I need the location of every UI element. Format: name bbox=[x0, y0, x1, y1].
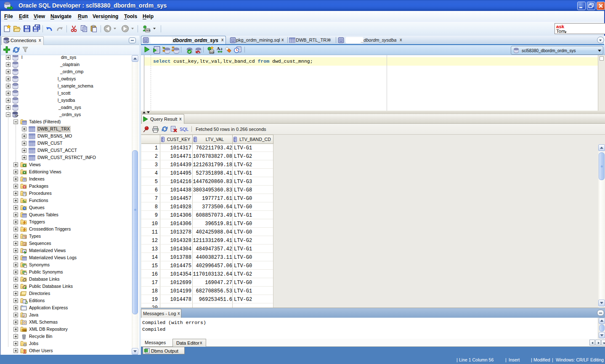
svg-text:J: J bbox=[23, 314, 24, 317]
svg-text:Z: Z bbox=[194, 140, 196, 142]
svg-text:A: A bbox=[217, 46, 220, 51]
svg-text:A: A bbox=[234, 138, 236, 140]
svg-text:T9: T9 bbox=[23, 236, 27, 239]
svg-text:Z: Z bbox=[162, 140, 163, 142]
svg-text:12: 12 bbox=[23, 243, 27, 246]
svg-text:XML: XML bbox=[23, 329, 27, 332]
svg-text:fx: fx bbox=[23, 199, 26, 204]
svg-text:SOL: SOL bbox=[146, 29, 151, 32]
svg-text:A: A bbox=[162, 138, 164, 140]
svg-text:A: A bbox=[194, 138, 196, 140]
svg-text:Z: Z bbox=[234, 140, 236, 142]
svg-text:a: a bbox=[220, 46, 223, 51]
svg-text:SOL: SOL bbox=[210, 51, 215, 53]
